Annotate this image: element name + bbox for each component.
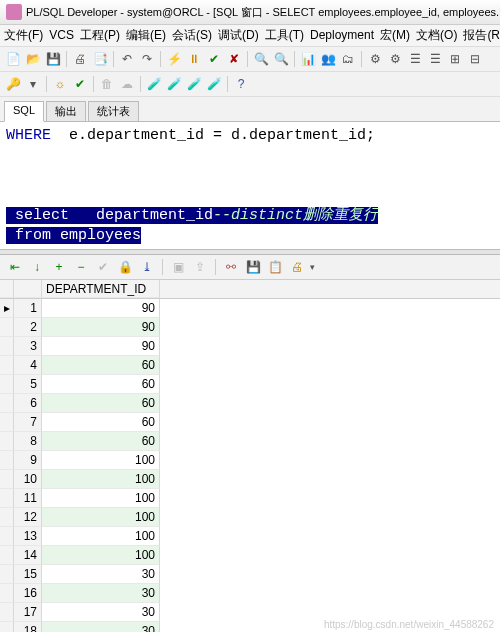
- add-row-icon[interactable]: +: [50, 258, 68, 276]
- print-icon[interactable]: 🖨: [71, 50, 89, 68]
- menu-item[interactable]: 工程(P): [80, 28, 120, 42]
- print-preview-icon[interactable]: 📑: [91, 50, 109, 68]
- tool-icon[interactable]: ⚙: [386, 50, 404, 68]
- menu-item[interactable]: 宏(M): [380, 28, 410, 42]
- link-icon[interactable]: ⚯: [222, 258, 240, 276]
- cell-value[interactable]: 100: [42, 527, 160, 546]
- help-icon[interactable]: ?: [232, 75, 250, 93]
- table-row[interactable]: 1630: [0, 584, 500, 603]
- cell-value[interactable]: 60: [42, 432, 160, 451]
- break-icon[interactable]: ⏸: [185, 50, 203, 68]
- results-grid[interactable]: DEPARTMENT_ID ▸1902903904605606607608609…: [0, 279, 500, 632]
- table-row[interactable]: 9100: [0, 451, 500, 470]
- single-record-icon[interactable]: ▣: [169, 258, 187, 276]
- cell-value[interactable]: 100: [42, 508, 160, 527]
- table-row[interactable]: 13100: [0, 527, 500, 546]
- dropdown-arrow[interactable]: ▾: [310, 262, 315, 272]
- cell-value[interactable]: 100: [42, 546, 160, 565]
- disk-icon[interactable]: 💾: [244, 258, 262, 276]
- menu-item[interactable]: 文件(F): [4, 28, 43, 42]
- separator: [361, 51, 362, 67]
- menu-item[interactable]: 报告(R): [463, 28, 500, 42]
- cell-value[interactable]: 90: [42, 318, 160, 337]
- open-icon[interactable]: 📂: [24, 50, 42, 68]
- find-icon[interactable]: 🔍: [252, 50, 270, 68]
- save-icon[interactable]: 💾: [44, 50, 62, 68]
- cell-value[interactable]: 60: [42, 375, 160, 394]
- table-row[interactable]: 1530: [0, 565, 500, 584]
- beaker-icon[interactable]: 🧪: [145, 75, 163, 93]
- table-row[interactable]: 660: [0, 394, 500, 413]
- menu-item[interactable]: 调试(D): [218, 28, 259, 42]
- menu-item[interactable]: 会话(S): [172, 28, 212, 42]
- cell-value[interactable]: 100: [42, 451, 160, 470]
- cell-value[interactable]: 30: [42, 603, 160, 622]
- printer-icon[interactable]: 🖨: [288, 258, 306, 276]
- execute-icon[interactable]: ⚡: [165, 50, 183, 68]
- table-row[interactable]: 860: [0, 432, 500, 451]
- objects-icon[interactable]: 🗂: [339, 50, 357, 68]
- sql-editor[interactable]: WHERE e.department_id = d.department_id;…: [0, 121, 500, 249]
- tool-icon[interactable]: ⊟: [466, 50, 484, 68]
- table-row[interactable]: 760: [0, 413, 500, 432]
- table-row[interactable]: 290: [0, 318, 500, 337]
- tool-icon[interactable]: ☰: [426, 50, 444, 68]
- menu-item[interactable]: 文档(O): [416, 28, 457, 42]
- post-icon[interactable]: ✔: [94, 258, 112, 276]
- cell-value[interactable]: 60: [42, 356, 160, 375]
- replace-icon[interactable]: 🔍: [272, 50, 290, 68]
- table-row[interactable]: 460: [0, 356, 500, 375]
- table-row[interactable]: 560: [0, 375, 500, 394]
- cell-value[interactable]: 100: [42, 470, 160, 489]
- table-row[interactable]: 11100: [0, 489, 500, 508]
- table-row[interactable]: 390: [0, 337, 500, 356]
- beaker-icon[interactable]: 🧪: [185, 75, 203, 93]
- prev-row-icon[interactable]: ↓: [28, 258, 46, 276]
- cell-value[interactable]: 100: [42, 489, 160, 508]
- redo-icon[interactable]: ↷: [138, 50, 156, 68]
- cell-value[interactable]: 30: [42, 622, 160, 632]
- tool-icon[interactable]: ⚙: [366, 50, 384, 68]
- menu-item[interactable]: VCS: [49, 28, 74, 42]
- sessions-icon[interactable]: 👥: [319, 50, 337, 68]
- tab-统计表[interactable]: 统计表: [88, 101, 139, 121]
- tab-输出[interactable]: 输出: [46, 101, 86, 121]
- gear-icon[interactable]: ☼: [51, 75, 69, 93]
- fetch-icon[interactable]: ⤓: [138, 258, 156, 276]
- beaker-icon[interactable]: 🧪: [205, 75, 223, 93]
- delete-row-icon[interactable]: −: [72, 258, 90, 276]
- commit-icon[interactable]: ✔: [205, 50, 223, 68]
- table-row[interactable]: 12100: [0, 508, 500, 527]
- cell-value[interactable]: 60: [42, 394, 160, 413]
- dropdown-icon[interactable]: ▾: [24, 75, 42, 93]
- menu-item[interactable]: 编辑(E): [126, 28, 166, 42]
- tool-icon[interactable]: ☰: [406, 50, 424, 68]
- beaker-icon[interactable]: 🧪: [165, 75, 183, 93]
- row-indicator: [0, 546, 14, 565]
- table-row[interactable]: ▸190: [0, 299, 500, 318]
- column-header[interactable]: DEPARTMENT_ID: [42, 280, 160, 298]
- cell-value[interactable]: 60: [42, 413, 160, 432]
- explain-icon[interactable]: 📊: [299, 50, 317, 68]
- trash-icon[interactable]: 🗑: [98, 75, 116, 93]
- table-row[interactable]: 14100: [0, 546, 500, 565]
- tool-icon[interactable]: ⊞: [446, 50, 464, 68]
- cell-value[interactable]: 90: [42, 299, 160, 318]
- cell-value[interactable]: 30: [42, 565, 160, 584]
- user-icon[interactable]: ✔: [71, 75, 89, 93]
- menu-item[interactable]: Deployment: [310, 28, 374, 42]
- new-icon[interactable]: 📄: [4, 50, 22, 68]
- lock-icon[interactable]: 🔒: [116, 258, 134, 276]
- cell-value[interactable]: 30: [42, 584, 160, 603]
- rollback-icon[interactable]: ✘: [225, 50, 243, 68]
- key-icon[interactable]: 🔑: [4, 75, 22, 93]
- first-row-icon[interactable]: ⇤: [6, 258, 24, 276]
- cell-value[interactable]: 90: [42, 337, 160, 356]
- tab-SQL[interactable]: SQL: [4, 101, 44, 122]
- undo-icon[interactable]: ↶: [118, 50, 136, 68]
- export-icon[interactable]: ⇪: [191, 258, 209, 276]
- copy-icon[interactable]: 📋: [266, 258, 284, 276]
- cloud-icon[interactable]: ☁: [118, 75, 136, 93]
- table-row[interactable]: 10100: [0, 470, 500, 489]
- menu-item[interactable]: 工具(T): [265, 28, 304, 42]
